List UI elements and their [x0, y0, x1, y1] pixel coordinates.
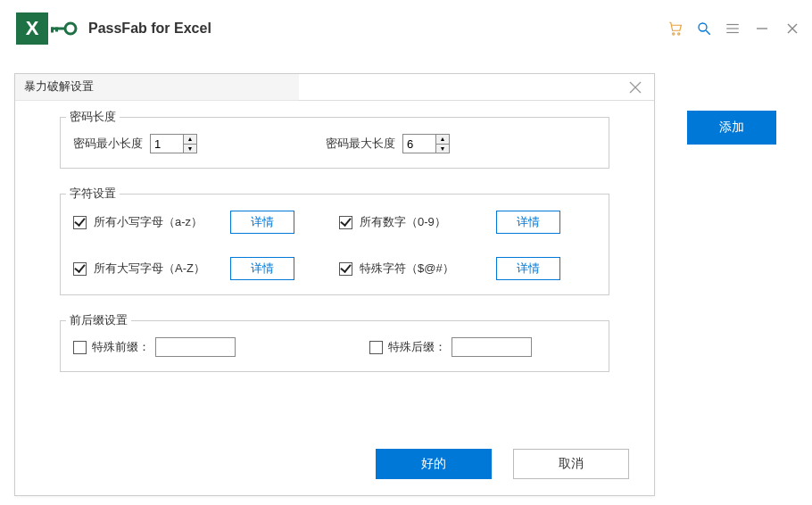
svg-line-7 [706, 30, 710, 35]
suffix-checkbox[interactable] [369, 341, 383, 354]
special-label: 特殊字符（$@#） [360, 261, 489, 277]
add-button[interactable]: 添加 [687, 111, 776, 145]
excel-logo-icon: X [16, 12, 48, 45]
affix-group: 前后缀设置 特殊前缀： 特殊后缀： [60, 320, 609, 372]
svg-point-4 [673, 32, 675, 34]
lowercase-label: 所有小写字母（a-z） [94, 214, 223, 230]
lowercase-detail-button[interactable]: 详情 [230, 211, 294, 234]
uppercase-label: 所有大写字母（A-Z） [94, 261, 223, 277]
dialog-title: 暴力破解设置 [24, 79, 94, 95]
special-checkbox[interactable] [339, 262, 352, 276]
svg-point-5 [678, 32, 680, 34]
max-length-down[interactable]: ▼ [436, 145, 449, 153]
min-length-label: 密码最小长度 [73, 136, 143, 152]
charset-legend: 字符设置 [66, 186, 120, 202]
digits-detail-button[interactable]: 详情 [496, 211, 560, 234]
uppercase-checkbox[interactable] [73, 262, 87, 276]
app-title: PassFab for Excel [88, 21, 211, 37]
minimize-button[interactable] [753, 20, 771, 37]
svg-point-6 [699, 23, 707, 31]
key-icon [51, 21, 78, 37]
app-logo: X PassFab for Excel [16, 12, 211, 45]
suffix-label: 特殊后缀： [388, 339, 446, 355]
prefix-input[interactable] [155, 337, 236, 357]
uppercase-detail-button[interactable]: 详情 [230, 257, 294, 280]
password-length-group: 密码长度 密码最小长度 ▲ ▼ 密码最大长度 [60, 117, 609, 169]
min-length-down[interactable]: ▼ [184, 145, 196, 153]
suffix-input[interactable] [452, 337, 532, 357]
prefix-checkbox[interactable] [73, 341, 87, 354]
min-length-input[interactable] [151, 135, 183, 153]
brute-force-settings-dialog: 暴力破解设置 密码长度 密码最小长度 ▲ ▼ [14, 73, 655, 496]
cancel-button[interactable]: 取消 [513, 449, 629, 479]
max-length-input[interactable] [403, 135, 435, 153]
lowercase-checkbox[interactable] [73, 216, 87, 229]
titlebar: X PassFab for Excel [0, 0, 812, 57]
charset-group: 字符设置 所有小写字母（a-z） 详情 所有数字（0-9） 详情 所有大写 [60, 194, 609, 295]
menu-icon[interactable] [725, 21, 741, 37]
affix-legend: 前后缀设置 [66, 312, 131, 328]
max-length-up[interactable]: ▲ [436, 135, 449, 145]
digits-checkbox[interactable] [339, 216, 352, 229]
prefix-label: 特殊前缀： [92, 339, 150, 355]
svg-rect-2 [51, 27, 54, 32]
digits-label: 所有数字（0-9） [360, 214, 489, 230]
dialog-close-button[interactable] [624, 76, 647, 99]
close-button[interactable] [783, 20, 801, 37]
cart-icon[interactable] [667, 21, 684, 37]
max-length-label: 密码最大长度 [326, 136, 395, 152]
search-icon[interactable] [696, 21, 712, 37]
max-length-spinner[interactable]: ▲ ▼ [402, 134, 450, 153]
ok-button[interactable]: 好的 [376, 449, 492, 479]
svg-rect-3 [55, 27, 58, 31]
dialog-header: 暴力破解设置 [15, 74, 299, 101]
special-detail-button[interactable]: 详情 [496, 257, 560, 280]
password-length-legend: 密码长度 [66, 109, 120, 125]
svg-point-0 [65, 23, 76, 34]
title-controls [667, 20, 801, 37]
min-length-up[interactable]: ▲ [184, 135, 196, 145]
min-length-spinner[interactable]: ▲ ▼ [150, 134, 197, 153]
